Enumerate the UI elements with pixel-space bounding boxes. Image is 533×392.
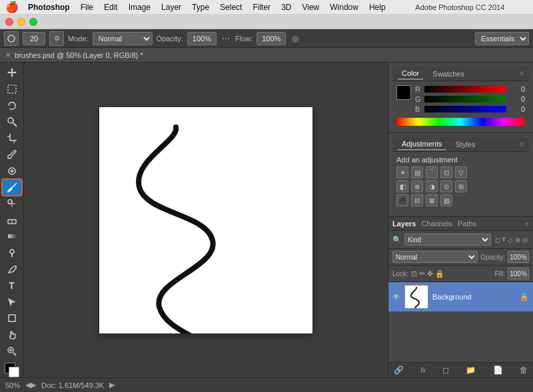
adj-gradient-map[interactable]: ▧	[440, 194, 452, 206]
tab-layers[interactable]: Layers	[392, 220, 416, 228]
green-value: 0	[510, 95, 525, 103]
brush-preset-picker[interactable]	[4, 31, 19, 46]
brush-settings-button[interactable]: ⚙	[49, 31, 64, 46]
tab-swatches[interactable]: Swatches	[428, 69, 468, 79]
link-icon[interactable]: 🔗	[394, 365, 404, 375]
adj-invert[interactable]: ⬛	[396, 194, 408, 206]
adj-panel-menu[interactable]: ≡	[520, 140, 524, 148]
flow-input[interactable]	[257, 32, 286, 45]
airbrush-icon[interactable]: ⋯	[221, 33, 231, 44]
tool-marquee[interactable]	[3, 82, 21, 97]
tab-close-button[interactable]: ✕	[5, 51, 11, 59]
filter-color-icon[interactable]: ⊙	[522, 236, 528, 244]
layers-panel-menu[interactable]: ≡	[525, 220, 529, 228]
tool-hand[interactable]	[3, 327, 21, 343]
drawing-canvas[interactable]	[99, 107, 312, 333]
adj-channel-mixer[interactable]: ⊞	[455, 180, 467, 192]
menu-file[interactable]: File	[77, 2, 97, 13]
tool-magic-wand[interactable]	[3, 114, 21, 130]
tool-lasso[interactable]	[3, 98, 21, 113]
lock-move-icon[interactable]: ✥	[427, 270, 433, 278]
tool-path-select[interactable]	[3, 295, 21, 310]
new-group-icon[interactable]: 📁	[466, 365, 476, 375]
tool-healing[interactable]	[3, 164, 21, 179]
adj-exposure[interactable]: ⊡	[440, 166, 452, 178]
adj-black-white[interactable]: ◑	[426, 180, 438, 192]
opacity-value[interactable]	[508, 251, 529, 263]
lock-transparent-icon[interactable]: ⊡	[411, 270, 417, 278]
lock-paint-icon[interactable]: ✏	[419, 270, 425, 278]
workspace-dropdown[interactable]: Essentials	[475, 32, 529, 45]
add-mask-icon[interactable]: ◻	[442, 365, 449, 375]
menu-select[interactable]: Select	[216, 2, 246, 13]
adj-vibrance[interactable]: ▽	[455, 166, 467, 178]
tool-move[interactable]	[3, 65, 21, 81]
layer-visibility-icon[interactable]: 👁	[392, 292, 400, 301]
menu-window[interactable]: Window	[326, 2, 362, 13]
menu-layer[interactable]: Layer	[157, 2, 185, 13]
tool-pen[interactable]	[3, 262, 21, 277]
filter-shape-icon[interactable]: ◇	[508, 236, 513, 244]
tool-brush[interactable]	[3, 180, 21, 195]
menu-filter[interactable]: Filter	[249, 2, 274, 13]
foreground-color-swatch[interactable]	[396, 85, 411, 100]
menu-view[interactable]: View	[298, 2, 323, 13]
layer-background-row[interactable]: 👁 Background 🔒	[388, 282, 533, 311]
adj-hsl[interactable]: ◧	[396, 180, 408, 192]
green-slider[interactable]	[424, 96, 506, 102]
opacity-input[interactable]	[187, 32, 217, 45]
zoom-arrows[interactable]: ◀▶	[25, 381, 36, 389]
menu-3d[interactable]: 3D	[277, 2, 295, 13]
adj-photo-filter[interactable]: ⊙	[440, 180, 452, 192]
adj-threshold[interactable]: ⊠	[426, 194, 438, 206]
lock-all-icon[interactable]: 🔒	[435, 270, 444, 278]
new-layer-icon[interactable]: 📄	[493, 365, 503, 375]
blue-slider[interactable]	[424, 106, 506, 112]
layer-blend-dropdown[interactable]: Normal	[392, 251, 478, 263]
green-channel-row: G 0	[415, 95, 525, 103]
delete-layer-icon[interactable]: 🗑	[520, 365, 528, 375]
filter-pixel-icon[interactable]: ◻	[495, 236, 500, 244]
menu-edit[interactable]: Edit	[100, 2, 122, 13]
red-slider[interactable]	[424, 86, 506, 93]
tab-paths[interactable]: Paths	[458, 220, 476, 228]
tab-styles[interactable]: Styles	[452, 139, 480, 150]
adj-color-balance[interactable]: ⊗	[411, 180, 423, 192]
fill-value[interactable]	[508, 268, 529, 280]
close-button[interactable]	[5, 18, 13, 26]
adj-posterize[interactable]: ⊟	[411, 194, 423, 206]
tool-shape[interactable]	[3, 311, 21, 326]
tool-eraser[interactable]	[3, 212, 21, 228]
tab-adjustments[interactable]: Adjustments	[398, 138, 446, 150]
filter-smart-icon[interactable]: ⊕	[515, 236, 520, 244]
info-arrows[interactable]: ▶	[109, 381, 115, 389]
filter-text-icon[interactable]: T	[502, 236, 506, 243]
minimize-button[interactable]	[17, 18, 25, 26]
filter-kind-dropdown[interactable]: Kind	[404, 234, 491, 246]
tool-dodge[interactable]	[3, 246, 21, 261]
menu-help[interactable]: Help	[365, 2, 390, 13]
adj-brightness[interactable]: ☀	[396, 166, 408, 178]
tool-crop[interactable]	[3, 130, 21, 146]
tool-text[interactable]: T	[3, 278, 21, 294]
color-panel-menu[interactable]: ≡	[520, 70, 524, 77]
adj-levels[interactable]: ▤	[411, 166, 423, 178]
menu-photoshop[interactable]: Photoshop	[24, 2, 74, 13]
foreground-background-colors[interactable]	[5, 363, 19, 377]
tab-channels[interactable]: Channels	[421, 220, 452, 228]
color-spectrum[interactable]	[396, 118, 525, 126]
canvas-area[interactable]	[24, 63, 388, 377]
fx-button[interactable]: fx	[420, 367, 426, 374]
menu-image[interactable]: Image	[125, 2, 155, 13]
menu-type[interactable]: Type	[188, 2, 213, 13]
brush-size-input[interactable]	[23, 32, 45, 45]
maximize-button[interactable]	[29, 18, 37, 26]
stylus-pressure-icon[interactable]: ◎	[290, 33, 300, 44]
tool-zoom[interactable]	[3, 343, 21, 359]
tool-eyedropper[interactable]	[3, 147, 21, 162]
blend-mode-dropdown[interactable]: Normal	[93, 32, 153, 45]
tab-color[interactable]: Color	[398, 68, 423, 80]
tool-clone[interactable]	[3, 196, 21, 212]
adj-curves[interactable]: ⌒	[426, 166, 438, 178]
tool-gradient[interactable]	[3, 229, 21, 244]
